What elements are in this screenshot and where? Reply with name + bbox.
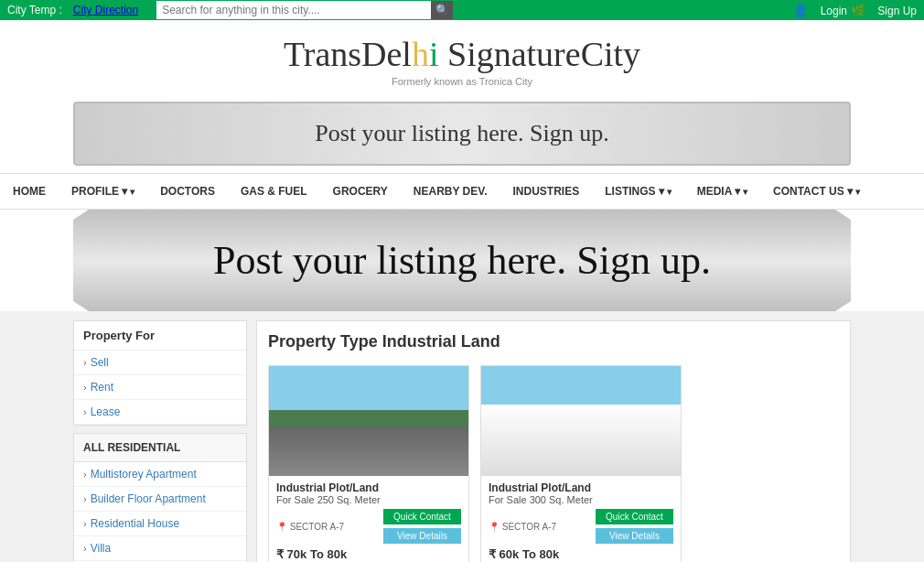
login-link[interactable]: Login <box>821 5 847 17</box>
nav-item-doctors[interactable]: DOCTORS <box>147 174 228 209</box>
villa-label: Villa <box>91 542 111 555</box>
chevron-icon: › <box>83 357 87 368</box>
sidebar-residential-house[interactable]: › Residential House <box>74 512 246 536</box>
search-button[interactable]: 🔍 <box>431 1 453 19</box>
residential-house-label: Residential House <box>91 517 179 530</box>
listings-grid: Industrial Plot/Land For Sale 250 Sq. Me… <box>268 365 839 562</box>
pin-icon-2: 📍 <box>489 522 500 532</box>
quick-contact-btn-2[interactable]: Quick Contact <box>596 509 673 524</box>
nav-link-home[interactable]: HOME <box>0 174 59 209</box>
nav-item-industries[interactable]: INDUSTRIES <box>500 174 593 209</box>
listing-body-2: Industrial Plot/Land For Sale 300 Sq. Me… <box>481 476 681 562</box>
nav-link-nearby[interactable]: NEARBY DEV. <box>401 174 500 209</box>
rent-label: Rent <box>91 381 113 394</box>
nav-link-grocery[interactable]: GROCERY <box>320 174 401 209</box>
sidebar-rent[interactable]: › Rent <box>74 375 246 400</box>
city-temp-label: City Temp : <box>7 4 62 16</box>
top-auth: 👤 Login 🌿 Sign Up <box>793 4 917 17</box>
pin-icon-1: 📍 <box>276 522 287 532</box>
property-for-section: Property For › Sell › Rent › Lease <box>73 320 247 426</box>
listing-type-1: Industrial Plot/Land <box>276 481 461 494</box>
person-icon: 👤 <box>793 4 808 17</box>
listing-meta-2: 📍 SECTOR A-7 Quick Contact View Details <box>489 509 673 544</box>
nav-item-profile[interactable]: PROFILE ▾ <box>59 174 147 209</box>
property-for-title: Property For <box>74 321 246 351</box>
logo-hi: i <box>429 35 439 73</box>
city-direction-link[interactable]: City Direction <box>73 4 138 16</box>
builder-floor-label: Builder Floor Apartment <box>91 492 206 505</box>
listing-meta-1: 📍 SECTOR A-7 Quick Contact View Details <box>276 509 461 544</box>
quick-contact-btn-1[interactable]: Quick Contact <box>383 509 461 524</box>
lease-label: Lease <box>91 405 121 418</box>
page-title: Property Type Industrial Land <box>268 332 839 351</box>
chevron-icon: › <box>83 406 87 417</box>
chevron-icon: › <box>83 518 87 529</box>
search-bar: 🔍 <box>156 1 775 19</box>
nav-item-nearby[interactable]: NEARBY DEV. <box>401 174 500 209</box>
listing-location-1: 📍 SECTOR A-7 <box>276 522 344 532</box>
nav-link-gas[interactable]: GAS & FUEL <box>228 174 320 209</box>
listing-card-1: Industrial Plot/Land For Sale 250 Sq. Me… <box>268 365 469 562</box>
listing-image-2 <box>481 366 681 476</box>
listing-bottom-1: ₹ 70k To 80k Industrial Land <box>276 547 461 562</box>
chevron-icon: › <box>83 543 87 554</box>
view-details-btn-2[interactable]: View Details <box>596 528 673 544</box>
logo-sig: SignatureCity <box>439 35 641 73</box>
logo-del: h <box>412 35 429 73</box>
listing-price-2: ₹ 60k To 80k <box>489 547 559 561</box>
logo: TransDelhi SignatureCity <box>0 34 924 74</box>
listing-card-2: Industrial Plot/Land For Sale 300 Sq. Me… <box>480 365 682 562</box>
chevron-icon: › <box>83 469 87 480</box>
logo-tagline: Formerly known as Tronica City <box>0 76 924 87</box>
nav-link-media[interactable]: MEDIA ▾ <box>684 174 760 209</box>
listing-body-1: Industrial Plot/Land For Sale 250 Sq. Me… <box>269 476 468 562</box>
search-input[interactable] <box>156 1 431 19</box>
sidebar-villa[interactable]: › Villa <box>74 536 246 561</box>
top-bar: City Temp : City Direction 🔍 👤 Login 🌿 S… <box>0 0 924 20</box>
signup-link[interactable]: Sign Up <box>877 5 917 17</box>
sidebar-builder-floor[interactable]: › Builder Floor Apartment <box>74 487 246 512</box>
banner-small-inner[interactable]: Post your listing here. Sign up. <box>73 102 851 166</box>
nav-link-doctors[interactable]: DOCTORS <box>147 174 228 209</box>
listing-type-2: Industrial Plot/Land <box>489 481 673 494</box>
sidebar-sell[interactable]: › Sell <box>74 351 246 375</box>
banner-small: Post your listing here. Sign up. <box>0 94 924 173</box>
btn-group-2: Quick Contact View Details <box>596 509 673 544</box>
nav-item-grocery[interactable]: GROCERY <box>320 174 401 209</box>
residential-section: ALL RESIDENTIAL › Multistorey Apartment … <box>73 433 247 562</box>
listing-image-1 <box>269 366 468 476</box>
view-details-btn-1[interactable]: View Details <box>383 528 461 544</box>
nav-link-industries[interactable]: INDUSTRIES <box>500 174 593 209</box>
sidebar-multistorey[interactable]: › Multistorey Apartment <box>74 462 246 487</box>
banner-large-wrapper: Post your listing here. Sign up. <box>0 210 924 311</box>
listing-location-2: 📍 SECTOR A-7 <box>489 522 556 532</box>
logo-trans: TransDel <box>284 35 412 73</box>
listing-desc-1: For Sale 250 Sq. Meter <box>276 494 461 505</box>
nav-item-contact[interactable]: CONTACT US ▾ <box>760 174 873 209</box>
top-bar-left: City Temp : City Direction <box>7 4 138 16</box>
nav-link-contact[interactable]: CONTACT US ▾ <box>760 174 873 209</box>
multistorey-label: Multistorey Apartment <box>91 468 197 481</box>
listing-desc-2: For Sale 300 Sq. Meter <box>489 494 673 505</box>
nav-item-gas[interactable]: GAS & FUEL <box>228 174 320 209</box>
nav-item-media[interactable]: MEDIA ▾ <box>684 174 760 209</box>
nav-link-profile[interactable]: PROFILE ▾ <box>59 174 147 209</box>
nav-item-listings[interactable]: LISTINGS ▾ <box>592 174 683 209</box>
content-area: Property For › Sell › Rent › Lease ALL R… <box>0 311 924 562</box>
main-content: Property Type Industrial Land Industrial… <box>256 320 851 562</box>
sell-label: Sell <box>91 356 109 369</box>
listing-price-1: ₹ 70k To 80k <box>276 547 347 561</box>
nav-link-listings[interactable]: LISTINGS ▾ <box>592 174 683 209</box>
chevron-icon: › <box>83 493 87 504</box>
listing-bottom-2: ₹ 60k To 80k Industrial Land <box>489 547 673 562</box>
btn-group-1: Quick Contact View Details <box>383 509 461 544</box>
banner-large[interactable]: Post your listing here. Sign up. <box>73 210 851 311</box>
sidebar: Property For › Sell › Rent › Lease ALL R… <box>73 320 247 562</box>
main-nav: HOME PROFILE ▾ DOCTORS GAS & FUEL GROCER… <box>0 173 924 210</box>
sidebar-lease[interactable]: › Lease <box>74 400 246 425</box>
nav-list: HOME PROFILE ▾ DOCTORS GAS & FUEL GROCER… <box>0 174 924 209</box>
logo-area: TransDelhi SignatureCity Formerly known … <box>0 20 924 94</box>
tree-icon: 🌿 <box>851 4 865 17</box>
all-residential-header: ALL RESIDENTIAL <box>74 434 246 462</box>
nav-item-home[interactable]: HOME <box>0 174 59 209</box>
